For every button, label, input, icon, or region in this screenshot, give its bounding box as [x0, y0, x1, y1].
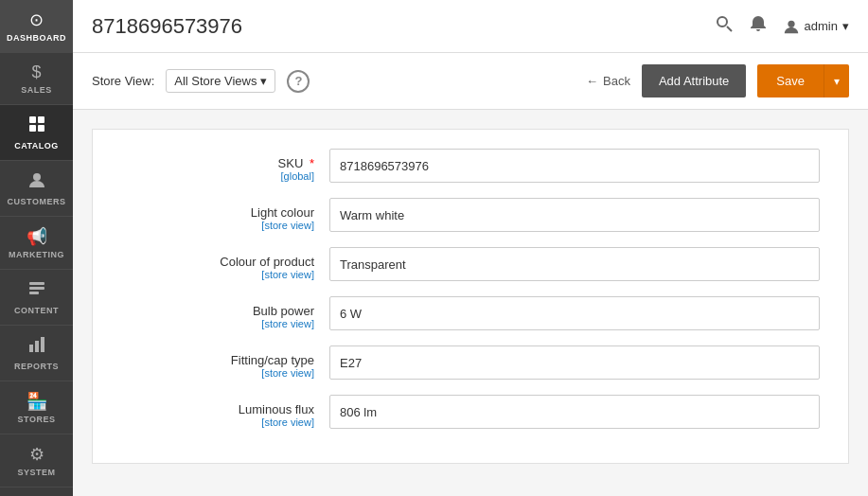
page-title: 8718696573976 [92, 14, 715, 39]
toolbar: Store View: All Store Views ▾ ? ← Back A… [73, 53, 868, 110]
form-row-light-colour: Light colour[store view] [121, 198, 820, 232]
sales-icon: $ [31, 62, 41, 82]
sidebar-item-content[interactable]: CONTENT [0, 270, 73, 326]
form-row-sku: SKU *[global] [121, 149, 820, 183]
form-input-sku[interactable] [329, 149, 820, 183]
form-sublabel-colour-of-product: [store view] [121, 269, 314, 280]
sidebar-item-label: SYSTEM [17, 468, 55, 477]
svg-rect-9 [35, 341, 39, 352]
sidebar-item-label: CUSTOMERS [8, 197, 66, 206]
store-view-dropdown-icon: ▾ [260, 74, 267, 88]
attribute-form: SKU *[global]Light colour[store view]Col… [92, 129, 849, 464]
sidebar-item-label: CONTENT [14, 306, 59, 315]
form-sublabel-fitting-cap-type: [store view] [121, 367, 314, 379]
sidebar-item-label: SALES [21, 85, 52, 95]
save-button-group: Save ▾ [757, 64, 849, 97]
form-label-group-light-colour: Light colour[store view] [121, 198, 329, 231]
store-view-dropdown[interactable]: All Store Views ▾ [166, 69, 275, 93]
form-row-bulb-power: Bulb power[store view] [121, 296, 820, 330]
stores-icon: 🏪 [27, 391, 47, 412]
save-dropdown-icon: ▾ [834, 75, 840, 88]
customers-icon [27, 170, 46, 194]
main-content: 8718696573976 admin ▾ [73, 0, 868, 496]
svg-rect-7 [29, 292, 39, 294]
svg-line-12 [727, 27, 732, 31]
user-menu[interactable]: admin ▾ [783, 18, 849, 35]
form-label-sku: SKU * [278, 156, 314, 170]
form-input-fitting-cap-type[interactable] [329, 345, 820, 380]
form-label-group-luminous-flux: Luminous flux[store view] [121, 395, 329, 428]
form-input-luminous-flux[interactable] [329, 395, 820, 429]
form-label-group-colour-of-product: Colour of product[store view] [121, 247, 329, 280]
sidebar-item-catalog[interactable]: CATALOG [0, 105, 73, 161]
form-sublabel-bulb-power: [store view] [121, 318, 314, 329]
sidebar-item-dashboard[interactable]: ⊙ DASHBOARD [0, 0, 73, 53]
back-label: Back [603, 74, 630, 88]
form-sublabel-light-colour: [store view] [121, 220, 314, 231]
help-button[interactable]: ? [287, 70, 310, 93]
sidebar-item-label: STORES [18, 415, 56, 424]
help-icon: ? [294, 74, 302, 88]
form-input-bulb-power[interactable] [329, 296, 820, 330]
svg-rect-8 [29, 345, 33, 352]
notification-icon[interactable] [749, 14, 768, 38]
form-content: SKU *[global]Light colour[store view]Col… [73, 110, 868, 496]
form-label-light-colour: Light colour [251, 205, 314, 220]
form-input-light-colour[interactable] [329, 198, 820, 232]
form-input-colour-of-product[interactable] [329, 247, 820, 281]
save-button[interactable]: Save [757, 64, 824, 97]
form-label-group-fitting-cap-type: Fitting/cap type[store view] [121, 345, 329, 379]
svg-rect-3 [38, 125, 44, 132]
marketing-icon: 📢 [27, 226, 47, 247]
reports-icon [27, 335, 46, 359]
sidebar: ⊙ DASHBOARD $ SALES CATALOG CUSTOMERS 📢 … [0, 0, 73, 496]
form-label-group-sku: SKU *[global] [121, 149, 329, 182]
header-actions: admin ▾ [715, 14, 849, 38]
sidebar-item-label: MARKETING [9, 250, 64, 259]
form-label-colour-of-product: Colour of product [220, 255, 314, 269]
svg-rect-0 [29, 116, 36, 123]
form-sublabel-sku: [global] [121, 170, 314, 182]
svg-point-11 [717, 17, 727, 27]
form-row-fitting-cap-type: Fitting/cap type[store view] [121, 345, 820, 380]
form-label-luminous-flux: Luminous flux [239, 402, 314, 416]
form-row-luminous-flux: Luminous flux[store view] [121, 395, 820, 429]
sidebar-item-sales[interactable]: $ SALES [0, 53, 73, 105]
content-icon [27, 279, 46, 303]
form-sublabel-luminous-flux: [store view] [121, 416, 314, 428]
user-name: admin [805, 19, 838, 33]
form-label-bulb-power: Bulb power [253, 304, 314, 318]
sidebar-item-label: REPORTS [14, 362, 59, 371]
form-label-group-bulb-power: Bulb power[store view] [121, 296, 329, 329]
form-label-fitting-cap-type: Fitting/cap type [231, 353, 314, 367]
page-header: 8718696573976 admin ▾ [73, 0, 868, 53]
dashboard-icon: ⊙ [29, 9, 44, 30]
sidebar-item-stores[interactable]: 🏪 STORES [0, 381, 73, 434]
svg-rect-10 [41, 337, 44, 352]
svg-point-4 [33, 173, 41, 181]
svg-rect-2 [29, 125, 36, 132]
store-view-label: Store View: [92, 74, 154, 88]
save-dropdown-button[interactable]: ▾ [824, 64, 849, 97]
sidebar-item-marketing[interactable]: 📢 MARKETING [0, 217, 73, 270]
add-attribute-button[interactable]: Add Attribute [642, 64, 746, 97]
svg-rect-6 [29, 287, 44, 290]
sidebar-item-system[interactable]: ⚙ SYSTEM [0, 434, 73, 487]
search-icon[interactable] [715, 14, 734, 38]
svg-rect-5 [29, 282, 44, 285]
required-indicator: * [306, 156, 314, 170]
form-row-colour-of-product: Colour of product[store view] [121, 247, 820, 281]
sidebar-item-customers[interactable]: CUSTOMERS [0, 161, 73, 217]
svg-rect-1 [38, 116, 44, 123]
back-arrow-icon: ← [586, 74, 598, 88]
store-view-value: All Store Views [174, 74, 257, 88]
user-dropdown-icon: ▾ [842, 19, 849, 33]
sidebar-item-label: CATALOG [14, 141, 59, 151]
sidebar-item-reports[interactable]: REPORTS [0, 326, 73, 381]
catalog-icon [27, 115, 46, 138]
sidebar-item-label: DASHBOARD [7, 33, 66, 43]
system-icon: ⚙ [29, 444, 44, 465]
svg-point-13 [788, 20, 794, 27]
back-button[interactable]: ← Back [586, 74, 630, 88]
